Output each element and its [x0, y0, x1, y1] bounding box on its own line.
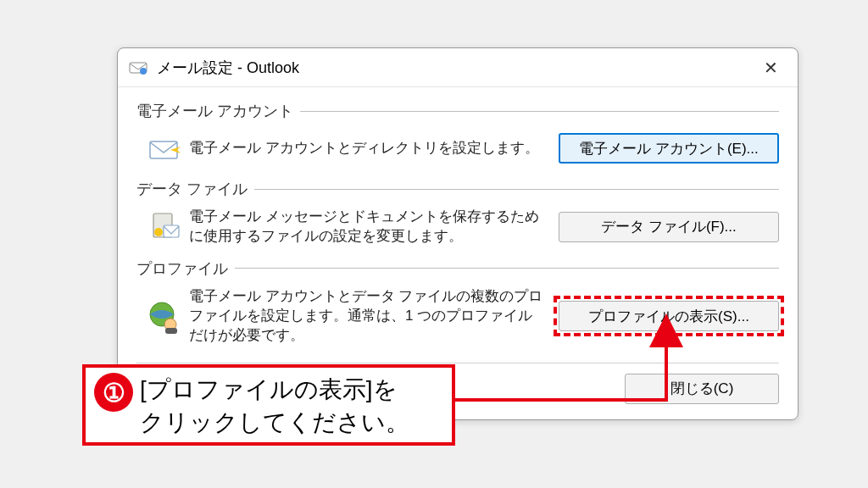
show-profiles-button[interactable]: プロファイルの表示(S)... [559, 301, 779, 331]
mail-setup-icon [128, 58, 148, 78]
section-legend: データ ファイル [136, 179, 254, 199]
section-legend: 電子メール アカウント [136, 101, 300, 121]
data-files-button[interactable]: データ ファイル(F)... [559, 212, 779, 242]
section-header: データ ファイル [136, 179, 779, 199]
email-accounts-button[interactable]: 電子メール アカウント(E)... [559, 133, 779, 164]
envelope-icon [145, 130, 182, 167]
svg-point-5 [154, 228, 163, 236]
svg-rect-8 [165, 328, 177, 334]
close-button[interactable]: 閉じる(C) [625, 374, 779, 404]
callout-text: [プロファイルの表示]を クリックしてください。 [140, 373, 409, 439]
dialog-title: メール設定 - Outlook [157, 58, 754, 78]
section-description: 電子メール アカウントとディレクトリを設定します。 [189, 139, 559, 158]
section-legend: プロファイル [136, 258, 235, 279]
instruction-callout: ① [プロファイルの表示]を クリックしてください。 [82, 364, 455, 446]
section-row: 電子メール アカウントとデータ ファイルの複数のプロファイルを設定します。通常は… [136, 284, 779, 351]
section-header: プロファイル [136, 258, 779, 279]
globe-profile-icon [145, 297, 182, 335]
svg-rect-4 [164, 225, 179, 237]
step-badge: ① [94, 373, 133, 412]
divider [254, 189, 779, 190]
section-profiles: プロファイル 電子メール アカウントとデータ ファイルの複数のプロファイルを設定… [136, 258, 779, 351]
section-row: 電子メール アカウントとディレクトリを設定します。 電子メール アカウント(E)… [136, 126, 779, 172]
titlebar: メール設定 - Outlook ✕ [118, 48, 798, 87]
close-icon[interactable]: ✕ [754, 54, 787, 81]
divider [300, 111, 779, 112]
divider [235, 268, 779, 269]
data-file-icon [145, 208, 182, 246]
section-email-accounts: 電子メール アカウント 電子メール アカウントとディレクトリを設定します。 電子… [136, 101, 779, 172]
svg-point-1 [140, 68, 147, 75]
section-description: 電子メール メッセージとドキュメントを保存するために使用するファイルの設定を変更… [189, 208, 559, 247]
section-header: 電子メール アカウント [136, 101, 779, 121]
section-data-files: データ ファイル 電子メール メッセージとドキュメントを保存するために使用するフ… [136, 179, 779, 252]
section-row: 電子メール メッセージとドキュメントを保存するために使用するファイルの設定を変更… [136, 204, 779, 252]
section-description: 電子メール アカウントとデータ ファイルの複数のプロファイルを設定します。通常は… [189, 287, 559, 346]
